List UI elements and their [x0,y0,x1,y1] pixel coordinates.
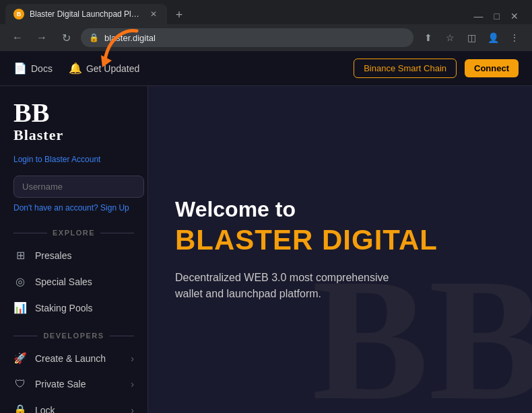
header-right: Binance Smart Chain Connect [354,59,519,78]
minimize-button[interactable]: — [471,8,486,24]
browser-tabs: B Blaster Digital Launchpad Platfor... ✕… [0,0,532,24]
private-sale-label: Private Sale [35,379,86,389]
sidebar-item-create-launch[interactable]: 🚀 Create & Launch › [0,345,147,371]
sidebar-item-private-sale[interactable]: 🛡 Private Sale › [0,371,147,397]
profile-button[interactable]: 👤 [484,28,502,47]
toolbar-right-buttons: ⬆ ☆ ◫ 👤 ⋮ [419,28,524,47]
site-wrapper: 📄 Docs 🔔 Get Updated Binance Smart Chain… [0,51,532,413]
site-body: ΒΒ Blaster Login to Blaster Account › Do… [0,86,532,413]
address-bar[interactable]: 🔒 blaster.digital [81,28,413,47]
refresh-button[interactable]: ↻ [57,28,75,47]
main-text-block: Welcome to BLASTER DIGITAL Decentralized… [175,197,438,301]
get-updated-label: Get Updated [86,63,139,74]
presales-label: Presales [35,250,71,261]
sidebar-item-staking-pools[interactable]: 📊 Staking Pools [0,295,147,321]
docs-label: Docs [31,63,53,74]
tab-close-button[interactable]: ✕ [148,9,159,20]
developers-section-label: DEVELOPERS [0,326,147,345]
back-button[interactable]: ← [8,28,27,47]
sidebar-item-special-sales[interactable]: ◎ Special Sales [0,268,147,295]
lock-icon: 🔒 [89,33,99,42]
sidebar-item-presales[interactable]: ⊞ Presales [0,242,147,268]
browser-toolbar: ← → ↻ 🔒 blaster.digital ⬆ ☆ ◫ 👤 ⋮ [0,24,532,51]
lock-label: Lock [35,405,55,414]
maximize-button[interactable]: □ [492,8,502,24]
sidebar-item-lock[interactable]: 🔒 Lock › [0,397,147,413]
header-nav: 📄 Docs 🔔 Get Updated [13,62,139,75]
explore-section-label: EXPLORE [0,223,147,242]
url-text: blaster.digital [104,33,405,43]
create-launch-icon: 🚀 [13,352,27,365]
private-sale-arrow: › [131,379,134,389]
sidebar-logo: ΒΒ Blaster [0,100,147,152]
special-sales-icon: ◎ [13,275,27,288]
welcome-heading: Welcome to [175,197,438,222]
description-text: Decentralized WEB 3.0 most comprehensive… [175,270,418,302]
private-sale-icon: 🛡 [13,378,27,390]
window-controls: — □ ✕ [471,8,527,24]
create-launch-arrow: › [131,353,134,364]
get-updated-nav-item[interactable]: 🔔 Get Updated [69,62,139,75]
username-input[interactable] [13,176,144,198]
sign-up-link[interactable]: Sign Up [100,203,129,213]
new-tab-button[interactable]: + [170,5,189,24]
tab-favicon: B [13,9,24,20]
bookmark-button[interactable]: ☆ [440,28,459,47]
extensions-button[interactable]: ◫ [462,28,481,47]
username-input-row: › [0,175,147,198]
share-button[interactable]: ⬆ [419,28,438,47]
sidebar: ΒΒ Blaster Login to Blaster Account › Do… [0,86,148,413]
lock-arrow: › [131,405,134,414]
lock-nav-icon: 🔒 [13,404,27,413]
staking-pools-icon: 📊 [13,301,27,314]
close-button[interactable]: ✕ [508,8,521,24]
no-account-text: Don't have an account? Sign Up [0,203,147,213]
logo-brand: Blaster [13,126,63,144]
tab-title: Blaster Digital Launchpad Platfor... [30,9,143,19]
logo: ΒΒ Blaster [13,100,134,144]
brand-name-heading: BLASTER DIGITAL [175,225,438,256]
browser-chrome: B Blaster Digital Launchpad Platfor... ✕… [0,0,532,51]
network-button[interactable]: Binance Smart Chain [354,59,457,78]
special-sales-label: Special Sales [35,276,92,287]
site-header: 📄 Docs 🔔 Get Updated Binance Smart Chain… [0,51,532,86]
active-tab[interactable]: B Blaster Digital Launchpad Platfor... ✕ [5,4,167,24]
forward-button[interactable]: → [32,28,51,47]
logo-symbol: ΒΒ [13,100,49,126]
docs-icon: 📄 [13,62,27,75]
login-link[interactable]: Login to Blaster Account [0,152,147,167]
staking-pools-label: Staking Pools [35,303,93,313]
presales-icon: ⊞ [13,249,27,262]
menu-button[interactable]: ⋮ [505,28,524,47]
main-content: ΒΒ Welcome to BLASTER DIGITAL Decentrali… [148,86,532,413]
create-launch-label: Create & Launch [35,353,106,364]
connect-button[interactable]: Connect [465,59,519,77]
bell-icon: 🔔 [69,62,82,75]
docs-nav-item[interactable]: 📄 Docs [13,62,53,75]
